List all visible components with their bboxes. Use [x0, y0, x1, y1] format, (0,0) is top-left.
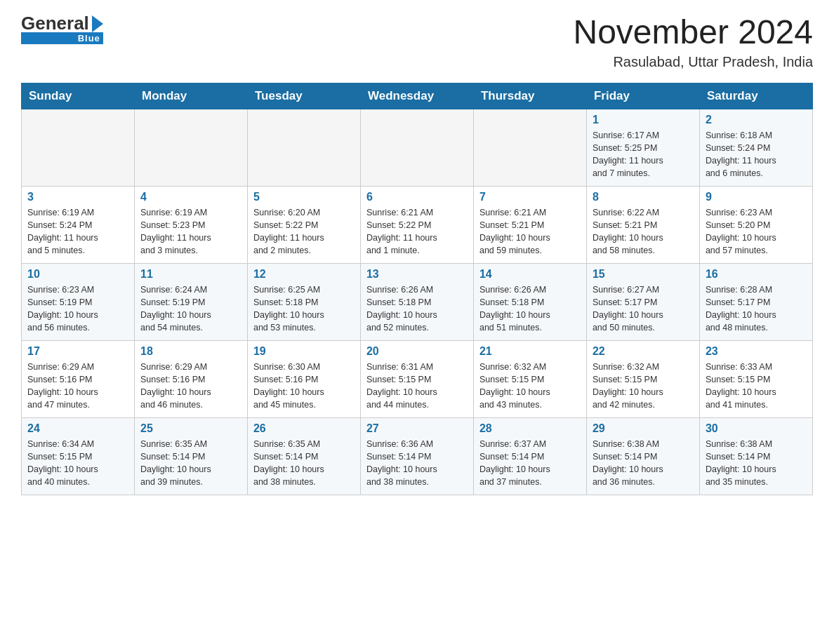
- day-info: Sunrise: 6:22 AM Sunset: 5:21 PM Dayligh…: [593, 206, 694, 257]
- calendar-cell: 26Sunrise: 6:35 AM Sunset: 5:14 PM Dayli…: [247, 417, 360, 495]
- calendar-cell: 4Sunrise: 6:19 AM Sunset: 5:23 PM Daylig…: [134, 186, 247, 263]
- calendar-cell: 25Sunrise: 6:35 AM Sunset: 5:14 PM Dayli…: [134, 417, 247, 495]
- week-row-4: 17Sunrise: 6:29 AM Sunset: 5:16 PM Dayli…: [22, 340, 813, 417]
- month-title: November 2024: [573, 14, 813, 51]
- day-number: 8: [593, 191, 694, 203]
- day-info: Sunrise: 6:19 AM Sunset: 5:23 PM Dayligh…: [140, 206, 241, 257]
- day-info: Sunrise: 6:36 AM Sunset: 5:14 PM Dayligh…: [366, 438, 468, 489]
- calendar-cell: [360, 109, 473, 186]
- calendar-cell: 20Sunrise: 6:31 AM Sunset: 5:15 PM Dayli…: [360, 340, 473, 417]
- day-number: 9: [706, 191, 807, 203]
- day-info: Sunrise: 6:32 AM Sunset: 5:15 PM Dayligh…: [593, 361, 694, 412]
- day-number: 2: [706, 114, 807, 126]
- day-number: 23: [706, 345, 807, 358]
- calendar-cell: 2Sunrise: 6:18 AM Sunset: 5:24 PM Daylig…: [699, 109, 812, 186]
- header-day-wednesday: Wednesday: [360, 83, 473, 109]
- day-info: Sunrise: 6:20 AM Sunset: 5:22 PM Dayligh…: [253, 206, 355, 257]
- day-number: 10: [27, 268, 128, 281]
- day-info: Sunrise: 6:26 AM Sunset: 5:18 PM Dayligh…: [479, 283, 581, 335]
- calendar-cell: 17Sunrise: 6:29 AM Sunset: 5:16 PM Dayli…: [22, 340, 135, 417]
- logo: General Blue: [21, 14, 103, 44]
- calendar-cell: 13Sunrise: 6:26 AM Sunset: 5:18 PM Dayli…: [360, 263, 473, 340]
- calendar-cell: 3Sunrise: 6:19 AM Sunset: 5:24 PM Daylig…: [22, 186, 135, 263]
- calendar-cell: [473, 109, 586, 186]
- calendar-cell: 10Sunrise: 6:23 AM Sunset: 5:19 PM Dayli…: [22, 263, 135, 340]
- location: Rasulabad, Uttar Pradesh, India: [573, 54, 813, 70]
- logo-general: General: [21, 14, 89, 32]
- calendar-cell: 1Sunrise: 6:17 AM Sunset: 5:25 PM Daylig…: [586, 109, 699, 186]
- day-info: Sunrise: 6:28 AM Sunset: 5:17 PM Dayligh…: [706, 283, 807, 335]
- calendar-cell: 15Sunrise: 6:27 AM Sunset: 5:17 PM Dayli…: [586, 263, 699, 340]
- page-header: General Blue November 2024 Rasulabad, Ut…: [21, 14, 813, 70]
- day-number: 27: [366, 422, 468, 435]
- logo-blue-text: Blue: [21, 32, 103, 44]
- day-info: Sunrise: 6:31 AM Sunset: 5:15 PM Dayligh…: [366, 361, 468, 412]
- day-number: 12: [253, 268, 355, 281]
- day-number: 1: [593, 114, 694, 126]
- day-number: 29: [593, 422, 694, 435]
- day-info: Sunrise: 6:27 AM Sunset: 5:17 PM Dayligh…: [593, 283, 694, 335]
- day-info: Sunrise: 6:24 AM Sunset: 5:19 PM Dayligh…: [140, 283, 241, 335]
- day-number: 21: [479, 345, 581, 358]
- day-number: 19: [253, 345, 355, 358]
- day-number: 13: [366, 268, 468, 281]
- day-number: 22: [593, 345, 694, 358]
- calendar-cell: 12Sunrise: 6:25 AM Sunset: 5:18 PM Dayli…: [247, 263, 360, 340]
- day-info: Sunrise: 6:26 AM Sunset: 5:18 PM Dayligh…: [366, 283, 468, 335]
- calendar-table: SundayMondayTuesdayWednesdayThursdayFrid…: [21, 83, 813, 495]
- day-number: 11: [140, 268, 241, 281]
- day-info: Sunrise: 6:37 AM Sunset: 5:14 PM Dayligh…: [479, 438, 581, 489]
- header-day-saturday: Saturday: [699, 83, 812, 109]
- title-block: November 2024 Rasulabad, Uttar Pradesh, …: [573, 14, 813, 70]
- calendar-cell: [247, 109, 360, 186]
- day-number: 24: [27, 422, 128, 435]
- day-info: Sunrise: 6:33 AM Sunset: 5:15 PM Dayligh…: [706, 361, 807, 412]
- day-number: 4: [140, 191, 241, 203]
- calendar-cell: 6Sunrise: 6:21 AM Sunset: 5:22 PM Daylig…: [360, 186, 473, 263]
- calendar-cell: [134, 109, 247, 186]
- week-row-1: 1Sunrise: 6:17 AM Sunset: 5:25 PM Daylig…: [22, 109, 813, 186]
- day-info: Sunrise: 6:34 AM Sunset: 5:15 PM Dayligh…: [27, 438, 128, 489]
- day-number: 25: [140, 422, 241, 435]
- calendar-cell: 11Sunrise: 6:24 AM Sunset: 5:19 PM Dayli…: [134, 263, 247, 340]
- day-number: 7: [479, 191, 581, 203]
- calendar-cell: 30Sunrise: 6:38 AM Sunset: 5:14 PM Dayli…: [699, 417, 812, 495]
- calendar-cell: 24Sunrise: 6:34 AM Sunset: 5:15 PM Dayli…: [22, 417, 135, 495]
- calendar-cell: 8Sunrise: 6:22 AM Sunset: 5:21 PM Daylig…: [586, 186, 699, 263]
- calendar-cell: 9Sunrise: 6:23 AM Sunset: 5:20 PM Daylig…: [699, 186, 812, 263]
- day-number: 16: [706, 268, 807, 281]
- calendar-cell: 22Sunrise: 6:32 AM Sunset: 5:15 PM Dayli…: [586, 340, 699, 417]
- day-info: Sunrise: 6:17 AM Sunset: 5:25 PM Dayligh…: [593, 129, 694, 180]
- week-row-5: 24Sunrise: 6:34 AM Sunset: 5:15 PM Dayli…: [22, 417, 813, 495]
- day-info: Sunrise: 6:25 AM Sunset: 5:18 PM Dayligh…: [253, 283, 355, 335]
- header-row: SundayMondayTuesdayWednesdayThursdayFrid…: [22, 83, 813, 109]
- day-number: 20: [366, 345, 468, 358]
- day-info: Sunrise: 6:35 AM Sunset: 5:14 PM Dayligh…: [253, 438, 355, 489]
- header-day-monday: Monday: [134, 83, 247, 109]
- day-info: Sunrise: 6:38 AM Sunset: 5:14 PM Dayligh…: [593, 438, 694, 489]
- calendar-cell: 19Sunrise: 6:30 AM Sunset: 5:16 PM Dayli…: [247, 340, 360, 417]
- day-number: 30: [706, 422, 807, 435]
- day-info: Sunrise: 6:38 AM Sunset: 5:14 PM Dayligh…: [706, 438, 807, 489]
- day-number: 14: [479, 268, 581, 281]
- day-info: Sunrise: 6:23 AM Sunset: 5:20 PM Dayligh…: [706, 206, 807, 257]
- day-info: Sunrise: 6:32 AM Sunset: 5:15 PM Dayligh…: [479, 361, 581, 412]
- header-day-friday: Friday: [586, 83, 699, 109]
- day-info: Sunrise: 6:23 AM Sunset: 5:19 PM Dayligh…: [27, 283, 128, 335]
- calendar-header: SundayMondayTuesdayWednesdayThursdayFrid…: [22, 83, 813, 109]
- week-row-2: 3Sunrise: 6:19 AM Sunset: 5:24 PM Daylig…: [22, 186, 813, 263]
- calendar-cell: 28Sunrise: 6:37 AM Sunset: 5:14 PM Dayli…: [473, 417, 586, 495]
- day-number: 26: [253, 422, 355, 435]
- week-row-3: 10Sunrise: 6:23 AM Sunset: 5:19 PM Dayli…: [22, 263, 813, 340]
- day-info: Sunrise: 6:29 AM Sunset: 5:16 PM Dayligh…: [27, 361, 128, 412]
- day-number: 28: [479, 422, 581, 435]
- day-info: Sunrise: 6:18 AM Sunset: 5:24 PM Dayligh…: [706, 129, 807, 180]
- header-day-thursday: Thursday: [473, 83, 586, 109]
- calendar-cell: 5Sunrise: 6:20 AM Sunset: 5:22 PM Daylig…: [247, 186, 360, 263]
- calendar-cell: 21Sunrise: 6:32 AM Sunset: 5:15 PM Dayli…: [473, 340, 586, 417]
- header-day-tuesday: Tuesday: [247, 83, 360, 109]
- calendar-body: 1Sunrise: 6:17 AM Sunset: 5:25 PM Daylig…: [22, 109, 813, 495]
- logo-arrow-icon: [92, 15, 103, 32]
- day-info: Sunrise: 6:30 AM Sunset: 5:16 PM Dayligh…: [253, 361, 355, 412]
- day-number: 3: [27, 191, 128, 203]
